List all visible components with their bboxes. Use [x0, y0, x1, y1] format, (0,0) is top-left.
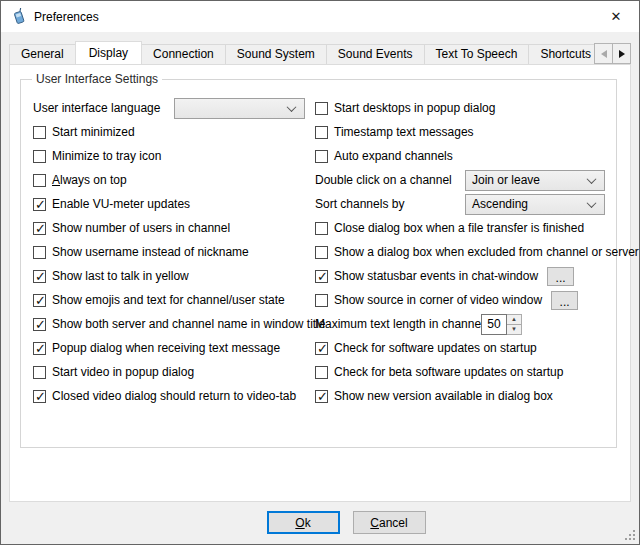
checkbox[interactable]: [315, 102, 328, 115]
cancel-button[interactable]: Cancel: [353, 511, 426, 534]
tab-display[interactable]: Display: [75, 41, 142, 64]
row-vu-meter-updates[interactable]: Enable VU-meter updates: [33, 192, 315, 216]
tab-connection[interactable]: Connection: [141, 44, 226, 64]
row-dialog-when-excluded[interactable]: Show a dialog box when excluded from cha…: [315, 240, 639, 264]
checkbox[interactable]: [33, 270, 46, 283]
spin-down-icon[interactable]: ▼: [507, 325, 521, 334]
row-close-dialog-file-transfer[interactable]: Close dialog box when a file transfer is…: [315, 216, 639, 240]
checkbox-label: Check for beta software updates on start…: [334, 365, 563, 379]
row-new-version-dialog[interactable]: Show new version available in dialog box: [315, 384, 639, 408]
checkbox[interactable]: [315, 342, 328, 355]
chevron-down-icon: [287, 102, 297, 112]
checkbox[interactable]: [315, 150, 328, 163]
double-click-value: Join or leave: [472, 173, 540, 187]
window-title: Preferences: [34, 10, 99, 24]
left-column: User interface language Start minimized …: [33, 96, 315, 408]
checkbox[interactable]: [315, 126, 328, 139]
spinner-value[interactable]: 50: [481, 314, 507, 335]
ok-button[interactable]: Ok: [267, 511, 340, 534]
max-text-length-spinner[interactable]: 50 ▲ ▼: [481, 314, 522, 335]
row-check-beta-updates[interactable]: Check for beta software updates on start…: [315, 360, 639, 384]
tab-scroll-left-button[interactable]: [594, 43, 613, 64]
row-show-username[interactable]: Show username instead of nickname: [33, 240, 315, 264]
checkbox[interactable]: [33, 342, 46, 355]
close-icon[interactable]: ✕: [593, 1, 639, 32]
tab-scroll-right-button[interactable]: [612, 43, 631, 64]
row-start-video-popup[interactable]: Start video in popup dialog: [33, 360, 315, 384]
sort-channels-select[interactable]: Ascending: [465, 194, 605, 215]
chevron-down-icon: [587, 198, 597, 208]
row-start-desktops-popup[interactable]: Start desktops in popup dialog: [315, 96, 639, 120]
checkbox-label: Show statusbar events in chat-window: [334, 269, 538, 283]
tab-general[interactable]: General: [9, 44, 76, 64]
checkbox[interactable]: [33, 198, 46, 211]
group-title: User Interface Settings: [32, 72, 162, 86]
row-auto-expand-channels[interactable]: Auto expand channels: [315, 144, 639, 168]
checkbox[interactable]: [33, 126, 46, 139]
double-click-select[interactable]: Join or leave: [465, 170, 605, 191]
row-start-minimized[interactable]: Start minimized: [33, 120, 315, 144]
checkbox[interactable]: [33, 318, 46, 331]
titlebar[interactable]: Preferences ✕: [1, 1, 639, 32]
tab-shortcuts[interactable]: Shortcuts: [528, 44, 594, 64]
right-column: Start desktops in popup dialog Timestamp…: [315, 96, 640, 408]
checkbox[interactable]: [315, 390, 328, 403]
row-minimize-to-tray[interactable]: Minimize to tray icon: [33, 144, 315, 168]
display-tab-page: User Interface Settings User interface l…: [9, 64, 631, 502]
row-timestamp-messages[interactable]: Timestamp text messages: [315, 120, 639, 144]
tab-bar: General Display Connection Sound System …: [9, 40, 631, 64]
row-always-on-top[interactable]: Always on top: [33, 168, 315, 192]
checkbox[interactable]: [33, 246, 46, 259]
row-video-source-corner[interactable]: Show source in corner of video window ..…: [315, 288, 639, 312]
checkbox-label: Show last to talk in yellow: [52, 269, 189, 283]
spinner-buttons[interactable]: ▲ ▼: [507, 314, 522, 335]
checkbox-label: Show username instead of nickname: [52, 245, 249, 259]
tab-sound-events[interactable]: Sound Events: [326, 44, 425, 64]
checkbox[interactable]: [33, 174, 46, 187]
checkbox-label: Show source in corner of video window: [334, 293, 542, 307]
checkbox[interactable]: [315, 222, 328, 235]
video-source-options-button[interactable]: ...: [551, 291, 578, 310]
checkbox[interactable]: [315, 270, 328, 283]
checkbox[interactable]: [33, 366, 46, 379]
checkbox[interactable]: [315, 294, 328, 307]
double-click-row: Double click on a channel Join or leave: [315, 168, 639, 192]
row-closed-video-return[interactable]: Closed video dialog should return to vid…: [33, 384, 315, 408]
checkbox-label: Show a dialog box when excluded from cha…: [334, 245, 639, 259]
sort-channels-value: Ascending: [472, 197, 528, 211]
checkbox[interactable]: [315, 366, 328, 379]
checkbox-label: Check for software updates on startup: [334, 341, 537, 355]
row-show-number-of-users[interactable]: Show number of users in channel: [33, 216, 315, 240]
row-popup-text-message[interactable]: Popup dialog when receiving text message: [33, 336, 315, 360]
checkbox-label: Always on top: [52, 173, 127, 187]
checkbox[interactable]: [315, 246, 328, 259]
row-show-emojis[interactable]: Show emojis and text for channel/user st…: [33, 288, 315, 312]
row-check-updates[interactable]: Check for software updates on startup: [315, 336, 639, 360]
spin-up-icon[interactable]: ▲: [507, 315, 521, 325]
row-statusbar-events[interactable]: Show statusbar events in chat-window ...: [315, 264, 639, 288]
sort-channels-label: Sort channels by: [315, 197, 465, 211]
resize-grip[interactable]: [625, 530, 636, 541]
tab-text-to-speech[interactable]: Text To Speech: [424, 44, 530, 64]
left-triangle-icon: [601, 50, 607, 58]
sort-channels-row: Sort channels by Ascending: [315, 192, 639, 216]
checkbox-label: Popup dialog when receiving text message: [52, 341, 280, 355]
user-interface-settings-group: User Interface Settings User interface l…: [20, 79, 617, 448]
checkbox-label: Auto expand channels: [334, 149, 453, 163]
checkbox[interactable]: [33, 390, 46, 403]
chevron-down-icon: [587, 174, 597, 184]
max-text-length-label: Maximum text length in channel list: [315, 317, 481, 331]
tab-sound-system[interactable]: Sound System: [225, 44, 327, 64]
statusbar-events-options-button[interactable]: ...: [547, 267, 574, 286]
language-select[interactable]: [174, 98, 305, 119]
checkbox-label: Closed video dialog should return to vid…: [52, 389, 296, 403]
checkbox-label: Minimize to tray icon: [52, 149, 161, 163]
row-last-to-talk[interactable]: Show last to talk in yellow: [33, 264, 315, 288]
checkbox-label: Start video in popup dialog: [52, 365, 194, 379]
checkbox-label: Start desktops in popup dialog: [334, 101, 495, 115]
checkbox[interactable]: [33, 294, 46, 307]
row-server-channel-title[interactable]: Show both server and channel name in win…: [33, 312, 315, 336]
max-text-length-row: Maximum text length in channel list 50 ▲…: [315, 312, 639, 336]
checkbox[interactable]: [33, 150, 46, 163]
checkbox[interactable]: [33, 222, 46, 235]
